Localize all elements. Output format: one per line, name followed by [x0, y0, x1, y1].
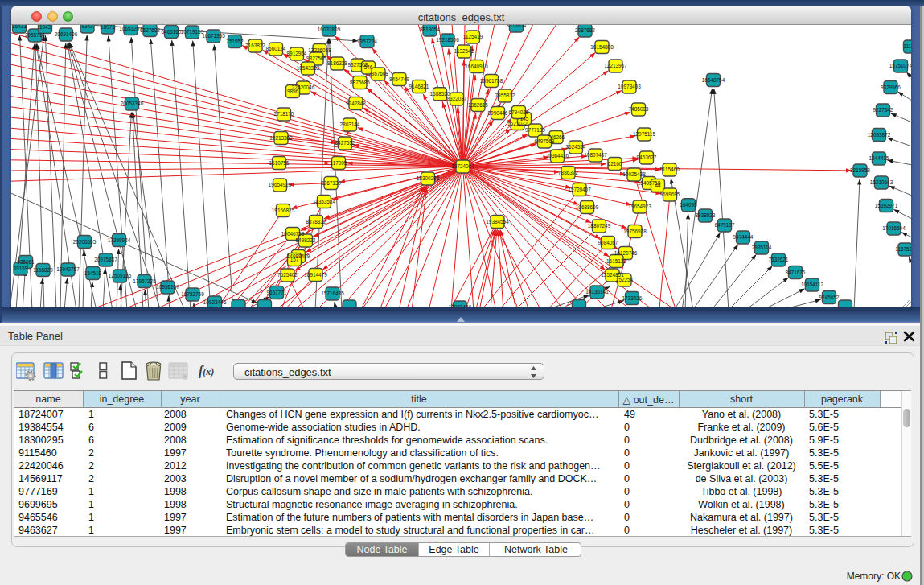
svg-text:9245652: 9245652 — [819, 295, 840, 300]
svg-text:10807487: 10807487 — [584, 152, 607, 158]
svg-text:2935114: 2935114 — [752, 245, 772, 250]
svg-text:16210643: 16210643 — [870, 179, 893, 185]
svg-text:1244415: 1244415 — [869, 155, 889, 161]
svg-text:9329966: 9329966 — [881, 84, 901, 90]
svg-text:39159: 39159 — [14, 266, 28, 271]
svg-text:1733426: 1733426 — [622, 295, 643, 301]
svg-text:20975887: 20975887 — [94, 257, 117, 262]
svg-text:546: 546 — [364, 64, 373, 70]
svg-text:9115460: 9115460 — [659, 167, 680, 172]
svg-text:9777109: 9777109 — [525, 127, 545, 133]
svg-text:10654112: 10654112 — [801, 282, 823, 287]
svg-text:9242848: 9242848 — [346, 101, 366, 106]
svg-text:154519: 154519 — [84, 270, 102, 276]
svg-text:145: 145 — [520, 116, 529, 122]
svg-text:16914479: 16914479 — [304, 272, 327, 278]
svg-text:20206555: 20206555 — [73, 239, 97, 245]
svg-text:2055714: 2055714 — [25, 32, 45, 38]
svg-text:8267130: 8267130 — [321, 180, 341, 186]
svg-text:7955812: 7955812 — [495, 93, 515, 98]
svg-text:10653267: 10653267 — [119, 26, 142, 31]
svg-text:2087682: 2087682 — [575, 27, 595, 33]
svg-text:1167533: 1167533 — [895, 246, 911, 252]
svg-text:1132541: 1132541 — [454, 48, 474, 54]
svg-text:15692971: 15692971 — [875, 203, 898, 208]
svg-text:10688609: 10688609 — [576, 204, 599, 210]
svg-text:2367608: 2367608 — [368, 71, 388, 76]
svg-text:1615132: 1615132 — [606, 258, 626, 264]
svg-text:10543382: 10543382 — [297, 65, 320, 71]
svg-text:20053346: 20053346 — [121, 101, 144, 106]
svg-text:1362615: 1362615 — [468, 102, 488, 108]
svg-text:11123: 11123 — [904, 43, 911, 49]
svg-text:2718170: 2718170 — [274, 111, 294, 117]
svg-text:7357224: 7357224 — [357, 39, 377, 44]
svg-text:19654923: 19654923 — [628, 204, 651, 209]
svg-text:18973: 18973 — [101, 25, 115, 30]
svg-text:16120746: 16120746 — [614, 250, 638, 256]
svg-text:9463627: 9463627 — [637, 154, 657, 160]
svg-text:164095: 164095 — [680, 202, 697, 208]
svg-text:8454749: 8454749 — [389, 76, 409, 82]
svg-text:8912954: 8912954 — [287, 51, 307, 56]
svg-text:17016504: 17016504 — [882, 225, 906, 231]
svg-text:10046755: 10046755 — [281, 231, 305, 237]
svg-text:18807249: 18807249 — [588, 223, 611, 229]
svg-text:8313054: 8313054 — [507, 25, 527, 28]
svg-text:10961758: 10961758 — [480, 78, 503, 84]
svg-text:8660124: 8660124 — [266, 46, 286, 51]
svg-text:8990446: 8990446 — [488, 110, 508, 116]
svg-text:1943: 1943 — [39, 25, 51, 30]
svg-text:15751074: 15751074 — [889, 63, 911, 68]
svg-text:15716485: 15716485 — [321, 290, 344, 296]
svg-text:16433: 16433 — [12, 25, 27, 29]
svg-text:12213967: 12213967 — [604, 63, 627, 68]
svg-text:751552: 751552 — [226, 39, 244, 44]
svg-text:16782759: 16782759 — [181, 291, 204, 297]
svg-text:18300295: 18300295 — [417, 175, 440, 181]
svg-text:9327505: 9327505 — [306, 56, 326, 61]
svg-text:6794028: 6794028 — [509, 109, 529, 115]
svg-text:7163822: 7163822 — [245, 43, 265, 48]
svg-text:12505135: 12505135 — [109, 273, 132, 278]
svg-text:6466160: 6466160 — [162, 29, 182, 35]
svg-text:15720407: 15720407 — [568, 187, 591, 192]
svg-text:17957225: 17957225 — [133, 278, 156, 284]
svg-text:8813054: 8813054 — [420, 27, 440, 32]
svg-text:9699695: 9699695 — [660, 192, 680, 197]
svg-text:12093872: 12093872 — [868, 132, 891, 138]
svg-text:1125419: 1125419 — [463, 34, 483, 39]
svg-text:2803144: 2803144 — [340, 122, 360, 127]
svg-text:9146821: 9146821 — [409, 84, 429, 89]
svg-text:19384554: 19384554 — [486, 219, 509, 225]
svg-text:8938923: 8938923 — [696, 212, 716, 218]
svg-text:7485003: 7485003 — [629, 106, 649, 112]
svg-text:12923446: 12923446 — [449, 304, 472, 307]
svg-text:1527602: 1527602 — [140, 27, 160, 33]
svg-text:16640910: 16640910 — [465, 64, 488, 69]
svg-text:9657771: 9657771 — [267, 290, 287, 295]
svg-text:8471676: 8471676 — [786, 270, 806, 275]
svg-text:16154808: 16154808 — [590, 44, 614, 50]
svg-text:9474444: 9474444 — [733, 234, 754, 240]
svg-text:16671355: 16671355 — [202, 33, 225, 39]
svg-text:3624554: 3624554 — [566, 144, 586, 150]
svg-text:1621032: 1621032 — [507, 121, 528, 126]
svg-text:7886372: 7886372 — [558, 170, 578, 175]
svg-text:5498222: 5498222 — [296, 237, 316, 243]
svg-text:8875685: 8875685 — [350, 80, 370, 85]
svg-text:1156829: 1156829 — [33, 267, 53, 273]
svg-text:19166825: 19166825 — [272, 208, 295, 213]
svg-text:10923446: 10923446 — [203, 299, 227, 305]
svg-text:157: 157 — [290, 257, 299, 262]
svg-text:10025438: 10025438 — [622, 171, 646, 177]
svg-text:19218506: 19218506 — [436, 37, 459, 43]
svg-text:12213382: 12213382 — [269, 135, 293, 141]
svg-text:1610755: 1610755 — [269, 160, 290, 166]
svg-text:44: 44 — [655, 183, 661, 188]
svg-text:6479197: 6479197 — [715, 222, 735, 228]
svg-text:16648754: 16648754 — [702, 77, 725, 83]
svg-text:19756928: 19756928 — [623, 229, 647, 234]
svg-text:10958107: 10958107 — [156, 284, 179, 290]
svg-text:7632621: 7632621 — [769, 257, 789, 262]
